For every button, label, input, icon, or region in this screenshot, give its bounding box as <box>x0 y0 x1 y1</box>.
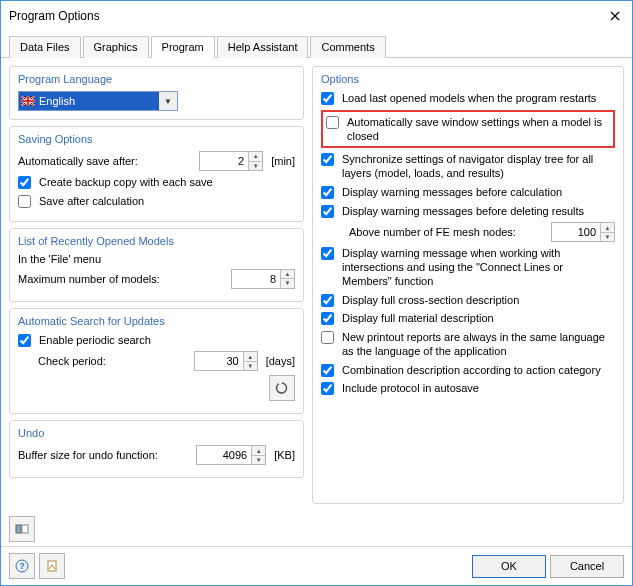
check-period-label: Check period: <box>38 355 190 367</box>
warn-delete-checkbox[interactable] <box>321 205 334 218</box>
spinner-down-icon[interactable]: ▼ <box>280 279 294 288</box>
enable-periodic-label: Enable periodic search <box>39 333 295 348</box>
left-column: Program Language English ▼ <box>9 66 304 504</box>
footer: ? OK Cancel <box>1 546 632 585</box>
save-after-calc-checkbox[interactable] <box>18 195 31 208</box>
spinner-down-icon[interactable]: ▼ <box>243 362 257 371</box>
full-mat-label: Display full material description <box>342 311 615 326</box>
cancel-button[interactable]: Cancel <box>550 555 624 578</box>
auto-save-spinner[interactable]: ▲▼ <box>199 151 263 171</box>
spinner-up-icon[interactable]: ▲ <box>600 223 614 233</box>
above-nodes-input[interactable] <box>552 223 600 241</box>
group-title: List of Recently Opened Models <box>18 235 295 247</box>
ok-button[interactable]: OK <box>472 555 546 578</box>
flag-icon <box>19 92 37 110</box>
config-panel-icon <box>15 522 29 536</box>
group-title: Saving Options <box>18 133 295 145</box>
reports-lang-label: New printout reports are always in the s… <box>342 330 615 359</box>
above-nodes-label: Above number of FE mesh nodes: <box>349 226 547 238</box>
language-select[interactable]: English ▼ <box>18 91 178 111</box>
toolbar-below <box>1 512 632 546</box>
check-period-input[interactable] <box>195 352 243 370</box>
group-saving-options: Saving Options Automatically save after:… <box>9 126 304 222</box>
backup-label: Create backup copy with each save <box>39 175 295 190</box>
sync-tree-checkbox[interactable] <box>321 153 334 166</box>
program-options-dialog: Program Options Data Files Graphics Prog… <box>0 0 633 586</box>
above-nodes-spinner[interactable]: ▲▼ <box>551 222 615 242</box>
spinner-up-icon[interactable]: ▲ <box>248 152 262 162</box>
spinner-down-icon[interactable]: ▼ <box>248 162 262 171</box>
help-icon: ? <box>15 559 29 573</box>
combo-desc-label: Combination description according to act… <box>342 363 615 378</box>
svg-text:?: ? <box>19 561 25 571</box>
tabs: Data Files Graphics Program Help Assista… <box>1 31 632 58</box>
document-icon <box>45 559 59 573</box>
load-last-checkbox[interactable] <box>321 92 334 105</box>
group-options: Options Load last opened models when the… <box>312 66 624 504</box>
sync-tree-label: Synchronize settings of navigator displa… <box>342 152 615 181</box>
svg-rect-2 <box>22 525 28 533</box>
warn-intersections-label: Display warning message when working wit… <box>342 246 615 288</box>
close-button[interactable] <box>604 9 626 23</box>
buffer-size-input[interactable] <box>197 446 251 464</box>
group-title: Options <box>321 73 615 85</box>
svg-rect-1 <box>16 525 21 533</box>
right-column: Options Load last opened models when the… <box>312 66 624 504</box>
group-title: Program Language <box>18 73 295 85</box>
max-models-spinner[interactable]: ▲▼ <box>231 269 295 289</box>
backup-checkbox[interactable] <box>18 176 31 189</box>
warn-calc-checkbox[interactable] <box>321 186 334 199</box>
tab-graphics[interactable]: Graphics <box>83 36 149 58</box>
config-button[interactable] <box>9 516 35 542</box>
svg-rect-5 <box>48 561 56 571</box>
group-title: Undo <box>18 427 295 439</box>
auto-save-input[interactable] <box>200 152 248 170</box>
save-after-calc-label: Save after calculation <box>39 194 295 209</box>
spinner-down-icon[interactable]: ▼ <box>600 233 614 242</box>
check-now-button[interactable] <box>269 375 295 401</box>
close-icon <box>610 11 620 21</box>
file-menu-label: In the 'File' menu <box>18 253 295 265</box>
full-cs-checkbox[interactable] <box>321 294 334 307</box>
spinner-down-icon[interactable]: ▼ <box>251 456 265 465</box>
auto-save-win-label: Automatically save window settings when … <box>347 115 610 144</box>
spinner-up-icon[interactable]: ▲ <box>251 446 265 456</box>
load-last-label: Load last opened models when the program… <box>342 91 615 106</box>
check-period-unit: [days] <box>266 355 295 367</box>
full-cs-label: Display full cross-section description <box>342 293 615 308</box>
max-models-input[interactable] <box>232 270 280 288</box>
help-button[interactable]: ? <box>9 553 35 579</box>
spinner-up-icon[interactable]: ▲ <box>243 352 257 362</box>
highlighted-option: Automatically save window settings when … <box>321 110 615 149</box>
refresh-icon <box>275 381 289 395</box>
tab-data-files[interactable]: Data Files <box>9 36 81 58</box>
auto-save-label: Automatically save after: <box>18 155 195 167</box>
group-program-language: Program Language English ▼ <box>9 66 304 120</box>
check-period-spinner[interactable]: ▲▼ <box>194 351 258 371</box>
group-recent-models: List of Recently Opened Models In the 'F… <box>9 228 304 302</box>
combo-desc-checkbox[interactable] <box>321 364 334 377</box>
spinner-up-icon[interactable]: ▲ <box>280 270 294 280</box>
group-undo: Undo Buffer size for undo function: ▲▼ [… <box>9 420 304 478</box>
max-models-label: Maximum number of models: <box>18 273 227 285</box>
content: Program Language English ▼ <box>1 58 632 512</box>
group-updates: Automatic Search for Updates Enable peri… <box>9 308 304 415</box>
group-title: Automatic Search for Updates <box>18 315 295 327</box>
tab-comments[interactable]: Comments <box>310 36 385 58</box>
include-protocol-label: Include protocol in autosave <box>342 381 615 396</box>
enable-periodic-checkbox[interactable] <box>18 334 31 347</box>
tab-program[interactable]: Program <box>151 36 215 58</box>
auto-save-unit: [min] <box>271 155 295 167</box>
include-protocol-checkbox[interactable] <box>321 382 334 395</box>
tab-help-assistant[interactable]: Help Assistant <box>217 36 309 58</box>
auto-save-win-checkbox[interactable] <box>326 116 339 129</box>
warn-intersections-checkbox[interactable] <box>321 247 334 260</box>
buffer-size-label: Buffer size for undo function: <box>18 449 192 461</box>
window-title: Program Options <box>9 9 604 23</box>
default-button[interactable] <box>39 553 65 579</box>
buffer-size-unit: [KB] <box>274 449 295 461</box>
chevron-down-icon: ▼ <box>159 92 177 110</box>
buffer-size-spinner[interactable]: ▲▼ <box>196 445 266 465</box>
reports-lang-checkbox[interactable] <box>321 331 334 344</box>
full-mat-checkbox[interactable] <box>321 312 334 325</box>
